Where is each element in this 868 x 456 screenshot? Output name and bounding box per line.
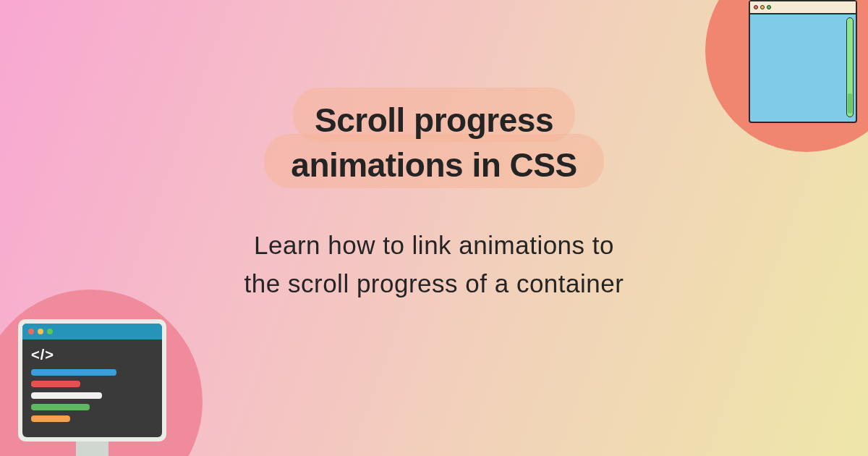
- subtitle-line: the scroll progress of a container: [244, 269, 624, 297]
- decoration-circle-bottom-left: </>: [0, 290, 203, 456]
- browser-window-icon: [749, 0, 857, 123]
- page-subtitle: Learn how to link animations to the scro…: [116, 227, 752, 303]
- title-line: Scroll progress: [315, 101, 553, 139]
- traffic-light-green-icon: [767, 5, 771, 9]
- editor-titlebar: [22, 324, 162, 339]
- monitor-bezel: </>: [18, 319, 166, 442]
- page-title: Scroll progress animations in CSS: [291, 98, 576, 187]
- hero-content: Scroll progress animations in CSS Learn …: [116, 83, 752, 303]
- subtitle-line: Learn how to link animations to: [254, 231, 614, 259]
- browser-titlebar: [750, 1, 856, 14]
- traffic-light-yellow-icon: [38, 329, 43, 334]
- title-line: animations in CSS: [291, 146, 576, 184]
- code-line: [31, 381, 80, 387]
- scrollbar-icon: [846, 17, 854, 117]
- traffic-light-yellow-icon: [760, 5, 765, 9]
- monitor-code-icon: </>: [18, 319, 166, 457]
- traffic-light-red-icon: [28, 329, 34, 334]
- monitor-screen: </>: [22, 324, 162, 437]
- traffic-light-red-icon: [754, 5, 758, 9]
- traffic-light-green-icon: [47, 329, 53, 334]
- code-line: [31, 392, 102, 399]
- code-area: </>: [22, 339, 162, 437]
- code-line: [31, 369, 116, 376]
- code-line: [31, 404, 90, 410]
- code-line: [31, 415, 70, 422]
- code-tag-icon: </>: [31, 347, 153, 363]
- title-highlight: Scroll progress animations in CSS: [262, 83, 605, 205]
- monitor-stand: [76, 442, 109, 456]
